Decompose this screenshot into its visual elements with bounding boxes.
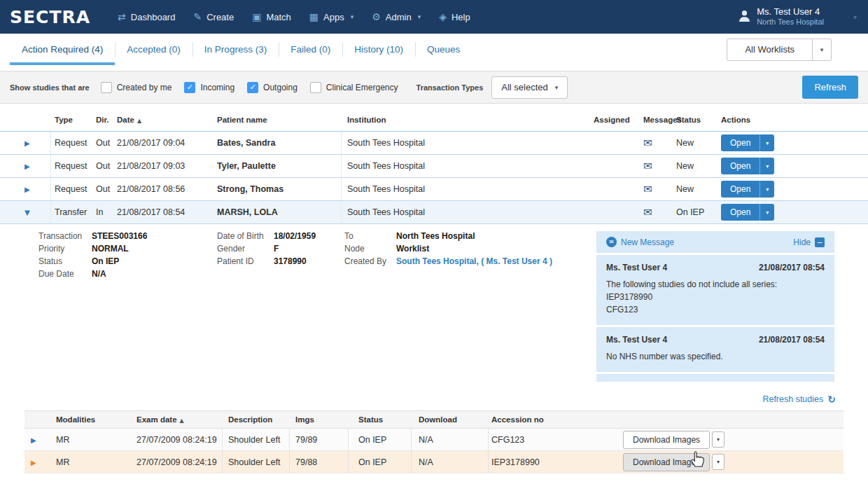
message-line: CFG123	[606, 303, 825, 316]
tab-queues[interactable]: Queues	[415, 34, 472, 65]
cell-date: 21/08/2017 08:54	[117, 207, 215, 217]
detail-fields-transaction: TransactionSTEES003166 PriorityNORMAL St…	[38, 230, 147, 280]
header-imgs[interactable]: Imgs	[289, 411, 348, 428]
header-date[interactable]: Date▲	[117, 116, 215, 124]
chevron-down-icon[interactable]: ▾	[812, 39, 831, 60]
tab-accepted[interactable]: Accepted (0)	[115, 34, 192, 65]
transaction-row-strong[interactable]: ▶ Request Out 21/08/2017 08:56 Strong, T…	[0, 178, 868, 201]
checkbox-box-unchecked[interactable]	[101, 82, 112, 93]
field-value-priority: NORMAL	[92, 242, 129, 255]
expand-icon[interactable]: ▶	[24, 139, 30, 147]
open-button[interactable]: Open▾	[721, 158, 774, 174]
cell-dir: Out	[96, 161, 117, 171]
header-modalities[interactable]: Modalities	[55, 415, 136, 424]
field-label: To	[344, 230, 396, 242]
refresh-button[interactable]: Refresh	[802, 76, 858, 99]
chevron-down-icon[interactable]: ▾	[760, 158, 774, 174]
expand-icon[interactable]: ▶	[31, 459, 36, 466]
tab-history[interactable]: History (10)	[342, 34, 415, 65]
cell-type: Request	[50, 132, 96, 154]
checkbox-incoming[interactable]: ✓ Incoming	[184, 82, 234, 93]
collapse-icon[interactable]: ▼	[24, 209, 30, 216]
cell-institution: South Tees Hospital	[341, 155, 592, 177]
transaction-row-tyler[interactable]: ▶ Request Out 21/08/2017 09:03 Tyler, Pa…	[0, 155, 868, 178]
sort-asc-icon: ▲	[180, 417, 184, 424]
transaction-row-bates[interactable]: ▶ Request Out 21/08/2017 09:04 Bates, Sa…	[0, 132, 868, 155]
new-message-link[interactable]: ✉ New Message	[606, 237, 674, 247]
tab-label: Accepted (0)	[127, 44, 181, 55]
checkbox-clinical-emergency[interactable]: Clinical Emergency	[310, 82, 398, 93]
cell-description: Shoulder Left	[222, 429, 289, 450]
header-description[interactable]: Description	[222, 411, 289, 428]
field-label: Node	[344, 242, 396, 255]
transaction-row-marsh-expanded[interactable]: ▼ Transfer In 21/08/2017 08:54 MARSH, LO…	[0, 201, 868, 224]
download-images-button[interactable]: Download Images	[623, 431, 710, 449]
refresh-studies-link[interactable]: Refresh studies ↻	[762, 394, 836, 405]
chevron-down-icon[interactable]: ▾	[760, 204, 774, 221]
header-download[interactable]: Download	[411, 411, 488, 428]
download-chevron-down-icon[interactable]: ▾	[712, 431, 724, 448]
header-status[interactable]: Status	[673, 116, 720, 124]
envelope-icon[interactable]: ✉	[643, 183, 652, 195]
envelope-icon[interactable]: ✉	[643, 206, 652, 219]
apps-icon: ▦	[309, 12, 318, 22]
checkbox-box-unchecked[interactable]	[310, 82, 321, 93]
nav-item-help[interactable]: ◈ Help	[430, 8, 479, 27]
envelope-icon[interactable]: ✉	[643, 160, 652, 172]
header-dir[interactable]: Dir.	[96, 116, 117, 124]
tab-label: History (10)	[354, 44, 403, 55]
navbar-chevron-down-icon[interactable]: ▾	[853, 13, 857, 21]
hide-messages-link[interactable]: Hide –	[793, 237, 825, 247]
chevron-down-icon[interactable]: ▾	[760, 134, 774, 151]
hide-label: Hide	[793, 237, 811, 247]
messages-panel-header: ✉ New Message Hide –	[596, 231, 834, 253]
worklists-dropdown[interactable]: All Worklists ▾	[727, 39, 832, 61]
checkbox-outgoing[interactable]: ✓ Outgoing	[247, 82, 298, 93]
new-message-icon: ✉	[606, 237, 617, 247]
open-button[interactable]: Open▾	[721, 134, 774, 151]
open-button[interactable]: Open▾	[721, 181, 774, 198]
header-status[interactable]: Status	[348, 411, 411, 428]
envelope-icon[interactable]: ✉	[643, 137, 652, 149]
cell-imgs: 79/88	[289, 451, 348, 473]
user-menu[interactable]: Ms. Test User 4 North Tees Hospital	[738, 6, 824, 27]
nav-item-admin[interactable]: ⚙ Admin ▾	[363, 8, 430, 27]
transaction-types-value: All selected	[501, 82, 547, 92]
transaction-types-dropdown[interactable]: All selected ▾	[491, 76, 568, 99]
header-exam-date[interactable]: Exam date▲	[136, 415, 222, 424]
header-messages[interactable]: Messages	[636, 116, 673, 124]
expand-icon[interactable]: ▶	[24, 186, 30, 193]
field-label: Date of Birth	[217, 230, 274, 242]
checkbox-box-checked[interactable]: ✓	[247, 82, 258, 93]
header-actions: Actions	[720, 116, 868, 124]
header-type[interactable]: Type	[50, 108, 96, 131]
checkbox-created-by-me[interactable]: Created by me	[101, 82, 172, 93]
created-by-link[interactable]: South Tees Hospital, ( Ms. Test User 4 )	[396, 255, 552, 268]
nav-item-apps[interactable]: ▦ Apps ▾	[300, 8, 363, 27]
checkbox-label: Incoming	[200, 83, 234, 92]
header-patient-name[interactable]: Patient name	[215, 116, 341, 124]
header-assigned[interactable]: Assigned	[592, 116, 636, 124]
study-row-cfg123[interactable]: ▶ MR 27/07/2009 08:24:19 Shoulder Left 7…	[24, 429, 844, 451]
open-button[interactable]: Open▾	[721, 204, 774, 221]
nav-item-match[interactable]: ▣ Match	[243, 8, 300, 27]
study-row-iep3178990[interactable]: ▶ MR 27/07/2009 08:24:19 Shoulder Left 7…	[24, 451, 844, 473]
tab-failed[interactable]: Failed (0)	[279, 34, 342, 65]
nav-item-create[interactable]: ✎ Create	[184, 8, 243, 27]
tab-in-progress[interactable]: In Progress (3)	[192, 34, 279, 65]
chevron-down-icon: ▾	[351, 13, 354, 20]
header-institution[interactable]: Institution	[341, 108, 592, 131]
field-value-due-date: N/A	[92, 268, 106, 280]
nav-item-dashboard[interactable]: ⇄ Dashboard	[108, 8, 184, 27]
chevron-down-icon[interactable]: ▾	[760, 181, 774, 198]
message-item: Ms. Test User 4 21/08/2017 08:54 The fol…	[596, 255, 834, 325]
header-accession-no[interactable]: Accession no	[488, 411, 584, 428]
tab-action-required[interactable]: Action Required (4)	[10, 34, 115, 65]
download-images-button[interactable]: Download Images	[623, 453, 710, 471]
open-button-label: Open	[721, 181, 760, 198]
nav-label-dashboard: Dashboard	[131, 12, 176, 22]
checkbox-box-checked[interactable]: ✓	[184, 82, 195, 93]
expand-icon[interactable]: ▶	[24, 162, 30, 170]
download-chevron-down-icon[interactable]: ▾	[712, 454, 724, 470]
expand-icon[interactable]: ▶	[31, 436, 36, 444]
